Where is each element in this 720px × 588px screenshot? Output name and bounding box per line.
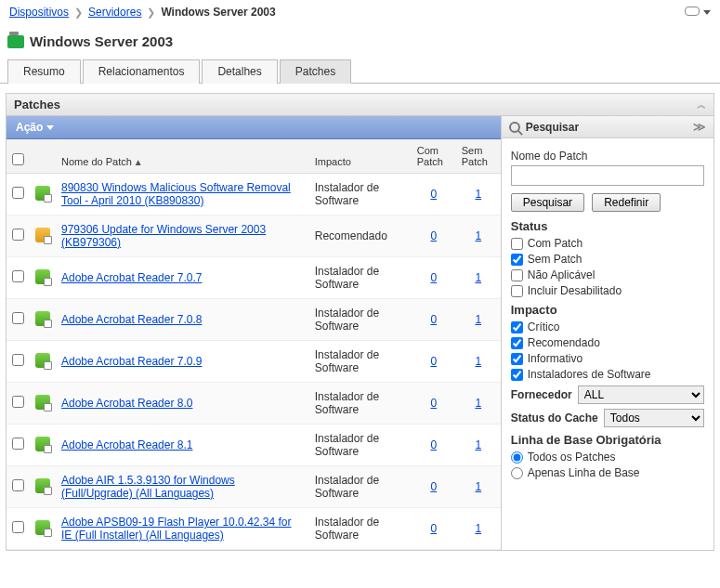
patch-link[interactable]: 979306 Update for Windows Server 2003 (K… <box>61 223 266 249</box>
col-without-patch[interactable]: Sem Patch <box>456 139 501 174</box>
impact-cell: Instalador de Software <box>309 341 412 383</box>
patch-link[interactable]: Adobe Acrobat Reader 8.1 <box>61 438 192 451</box>
row-checkbox[interactable] <box>12 187 24 199</box>
caret-down-icon <box>46 125 54 130</box>
row-checkbox[interactable] <box>12 438 24 450</box>
status-checkbox[interactable] <box>511 254 523 266</box>
without-patch-link[interactable]: 1 <box>475 229 481 242</box>
checkbox-label: Sem Patch <box>528 253 583 266</box>
col-with-patch[interactable]: Com Patch <box>412 139 456 174</box>
vendor-select[interactable]: ALL <box>578 385 704 404</box>
patch-link[interactable]: Adobe Acrobat Reader 7.0.9 <box>61 355 202 368</box>
impact-cell: Instalador de Software <box>309 466 412 508</box>
with-patch-link[interactable]: 0 <box>430 188 437 201</box>
chevron-right-icon: ❯ <box>147 7 155 19</box>
without-patch-link[interactable]: 1 <box>475 397 481 410</box>
checkbox-label: Crítico <box>528 320 560 333</box>
status-checkbox[interactable] <box>511 269 523 281</box>
tabs: Resumo Relacionamentos Detalhes Patches <box>0 59 720 84</box>
patch-icon <box>35 311 50 326</box>
without-patch-link[interactable]: 1 <box>475 522 481 535</box>
patches-pane: Ação Nome do Patch▲ Impacto Com Patch Se… <box>7 116 501 550</box>
col-name[interactable]: Nome do Patch▲ <box>56 139 309 174</box>
row-checkbox[interactable] <box>12 354 24 366</box>
status-checkbox[interactable] <box>511 238 523 250</box>
expand-icon[interactable]: ≫ <box>693 120 706 134</box>
row-checkbox[interactable] <box>12 396 24 408</box>
impact-cell: Instalador de Software <box>309 174 412 216</box>
patch-link[interactable]: 890830 Windows Malicious Software Remova… <box>61 181 291 207</box>
patch-link[interactable]: Adobe Acrobat Reader 8.0 <box>61 397 192 410</box>
page-title-row: Windows Server 2003 <box>0 24 720 53</box>
breadcrumb: Dispositivos ❯ Servidores ❯ Windows Serv… <box>0 0 720 24</box>
cache-select[interactable]: Todos <box>604 409 704 427</box>
row-checkbox[interactable] <box>12 479 24 491</box>
breadcrumb-current: Windows Server 2003 <box>161 6 275 19</box>
patch-icon <box>35 269 50 284</box>
reset-button[interactable]: Redefinir <box>592 193 661 212</box>
page-title: Windows Server 2003 <box>30 33 173 49</box>
with-patch-link[interactable]: 0 <box>430 480 437 493</box>
with-patch-link[interactable]: 0 <box>430 271 437 284</box>
impact-cell: Instalador de Software <box>309 425 412 466</box>
tab-resumo[interactable]: Resumo <box>7 59 81 84</box>
without-patch-link[interactable]: 1 <box>475 480 481 493</box>
table-row: 979306 Update for Windows Server 2003 (K… <box>7 216 501 257</box>
impact-cell: Recomendado <box>309 216 412 257</box>
with-patch-link[interactable]: 0 <box>430 229 437 242</box>
tab-detalhes[interactable]: Detalhes <box>202 59 277 84</box>
patch-link[interactable]: Adobe Acrobat Reader 7.0.7 <box>61 271 202 284</box>
col-impact[interactable]: Impacto <box>309 139 412 174</box>
sort-asc-icon: ▲ <box>134 157 143 167</box>
impact-checkbox[interactable] <box>511 369 523 381</box>
table-row: Adobe AIR 1.5.3.9130 for Windows (Full/U… <box>7 466 501 508</box>
baseline-radio[interactable] <box>511 451 523 464</box>
action-menu[interactable]: Ação <box>7 116 501 139</box>
checkbox-label: Informativo <box>528 352 583 365</box>
with-patch-link[interactable]: 0 <box>430 355 437 368</box>
caret-down-icon[interactable] <box>703 10 711 15</box>
without-patch-link[interactable]: 1 <box>475 313 481 326</box>
select-all-checkbox[interactable] <box>12 153 24 165</box>
tab-relacionamentos[interactable]: Relacionamentos <box>83 59 201 84</box>
with-patch-link[interactable]: 0 <box>430 522 437 535</box>
breadcrumb-link[interactable]: Servidores <box>88 6 141 19</box>
row-checkbox[interactable] <box>12 229 24 241</box>
search-name-input[interactable] <box>511 165 704 186</box>
table-row: Adobe Acrobat Reader 7.0.7Instalador de … <box>7 257 501 299</box>
checkbox-label: Instaladores de Software <box>528 368 651 381</box>
vendor-label: Fornecedor <box>511 388 572 401</box>
collapse-icon[interactable]: ︽ <box>697 98 706 111</box>
with-patch-link[interactable]: 0 <box>430 397 437 410</box>
row-checkbox[interactable] <box>12 312 24 324</box>
impact-checkbox[interactable] <box>511 337 523 349</box>
link-icon[interactable] <box>685 6 700 19</box>
baseline-radio[interactable] <box>511 467 523 479</box>
without-patch-link[interactable]: 1 <box>475 355 481 368</box>
patch-link[interactable]: Adobe APSB09-19 Flash Player 10.0.42.34 … <box>61 516 292 542</box>
patches-table: Nome do Patch▲ Impacto Com Patch Sem Pat… <box>7 139 501 550</box>
row-checkbox[interactable] <box>12 521 24 533</box>
without-patch-link[interactable]: 1 <box>475 271 481 284</box>
status-checkbox[interactable] <box>511 285 523 297</box>
table-row: Adobe Acrobat Reader 7.0.8Instalador de … <box>7 299 501 341</box>
patch-link[interactable]: Adobe AIR 1.5.3.9130 for Windows (Full/U… <box>61 474 235 500</box>
impact-group-label: Impacto <box>511 303 704 317</box>
impact-checkbox[interactable] <box>511 321 523 333</box>
section-title: Patches <box>14 98 60 111</box>
without-patch-link[interactable]: 1 <box>475 438 481 451</box>
breadcrumb-link[interactable]: Dispositivos <box>9 6 69 19</box>
tab-patches[interactable]: Patches <box>280 59 351 84</box>
patch-icon <box>35 228 50 242</box>
search-button[interactable]: Pesquisar <box>511 193 584 212</box>
with-patch-link[interactable]: 0 <box>430 438 437 451</box>
search-pane: Pesquisar ≫ Nome do Patch Pesquisar Rede… <box>501 116 713 550</box>
table-row: Adobe Acrobat Reader 7.0.9Instalador de … <box>7 341 501 383</box>
patch-link[interactable]: Adobe Acrobat Reader 7.0.8 <box>61 313 202 326</box>
without-patch-link[interactable]: 1 <box>475 188 481 201</box>
status-group-label: Status <box>511 219 704 233</box>
cache-label: Status do Cache <box>511 412 598 425</box>
with-patch-link[interactable]: 0 <box>430 313 437 326</box>
impact-checkbox[interactable] <box>511 353 523 365</box>
row-checkbox[interactable] <box>12 270 24 282</box>
